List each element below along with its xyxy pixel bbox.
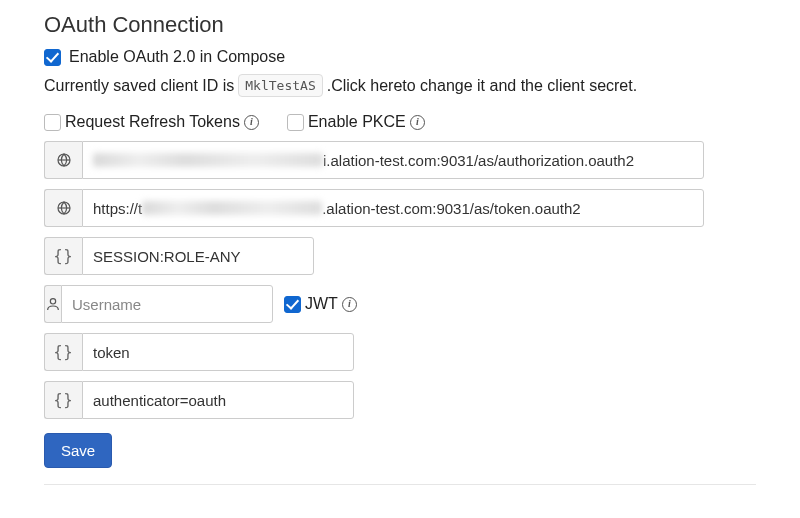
- globe-icon: [44, 141, 82, 179]
- svg-point-2: [50, 299, 55, 304]
- info-icon[interactable]: [244, 115, 259, 130]
- refresh-tokens-label: Request Refresh Tokens: [65, 113, 240, 131]
- token-url-tail: .alation-test.com:9031/as/token.oauth2: [322, 200, 581, 217]
- token-field-input[interactable]: [82, 333, 354, 371]
- redacted-text: [142, 201, 322, 215]
- braces-icon: {}: [44, 381, 82, 419]
- pkce-label: Enable PKCE: [308, 113, 406, 131]
- client-id-description: Currently saved client ID is MklTestAS .…: [44, 74, 756, 97]
- info-icon[interactable]: [342, 297, 357, 312]
- refresh-tokens-checkbox[interactable]: [44, 114, 61, 131]
- username-input[interactable]: [61, 285, 273, 323]
- redacted-text: [93, 153, 323, 167]
- jwt-label: JWT: [305, 295, 338, 313]
- user-icon: [44, 285, 61, 323]
- section-title: OAuth Connection: [44, 12, 756, 38]
- authenticator-input[interactable]: [82, 381, 354, 419]
- authorize-url-tail: i.alation-test.com:9031/as/authorization…: [323, 152, 634, 169]
- divider: [44, 484, 756, 485]
- braces-icon: {}: [44, 237, 82, 275]
- jwt-checkbox[interactable]: [284, 296, 301, 313]
- enable-oauth-label: Enable OAuth 2.0 in Compose: [69, 48, 285, 66]
- globe-icon: [44, 189, 82, 227]
- token-url-input[interactable]: https://t .alation-test.com:9031/as/toke…: [82, 189, 704, 227]
- client-id-value: MklTestAS: [238, 74, 322, 97]
- token-url-prefix: https://t: [93, 200, 142, 217]
- info-icon[interactable]: [410, 115, 425, 130]
- client-id-prefix: Currently saved client ID is: [44, 77, 234, 95]
- enable-oauth-checkbox[interactable]: [44, 49, 61, 66]
- pkce-checkbox[interactable]: [287, 114, 304, 131]
- client-id-suffix: to change it and the client secret.: [402, 77, 637, 94]
- client-id-change-link[interactable]: .Click here: [327, 77, 403, 94]
- authorize-url-input[interactable]: i.alation-test.com:9031/as/authorization…: [82, 141, 704, 179]
- braces-icon: {}: [44, 333, 82, 371]
- save-button[interactable]: Save: [44, 433, 112, 468]
- scope-input[interactable]: [82, 237, 314, 275]
